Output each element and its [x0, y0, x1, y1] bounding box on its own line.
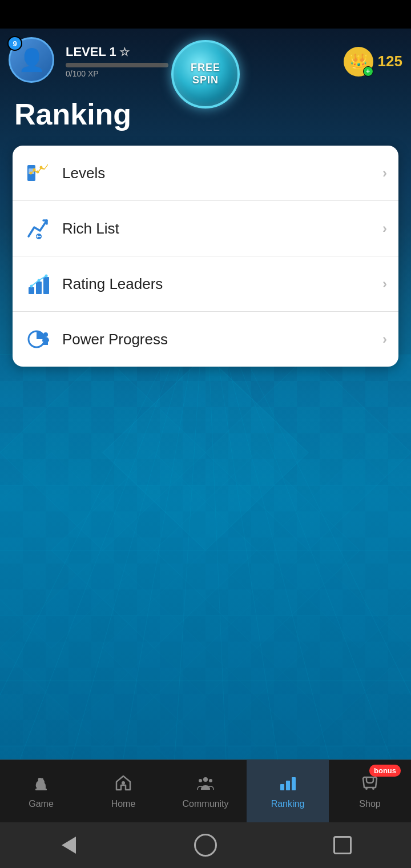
ranking-label: Ranking: [271, 799, 305, 809]
shop-icon: [361, 774, 379, 796]
rating-leaders-chevron: ›: [382, 276, 387, 292]
android-back-button[interactable]: [54, 831, 83, 859]
menu-item-power-progress[interactable]: Power Progress ›: [13, 312, 398, 367]
menu-card: Levels › Rich List ›: [13, 146, 398, 367]
android-home-button[interactable]: [191, 831, 220, 859]
nav-item-ranking[interactable]: Ranking: [247, 760, 329, 822]
rich-list-label: Rich List: [62, 220, 382, 238]
rich-list-chevron: ›: [382, 220, 387, 236]
main-background: 👤 9 LEVEL 1 ☆ 0/100 XP 👑 + 125: [0, 29, 411, 811]
add-coins-badge[interactable]: +: [363, 66, 373, 77]
svg-point-49: [38, 279, 41, 282]
coins-amount: 125: [378, 53, 402, 70]
svg-point-55: [203, 777, 208, 782]
notification-badge: 9: [7, 36, 22, 51]
shop-label: Shop: [359, 799, 380, 809]
avatar-container[interactable]: 👤 9: [9, 37, 57, 86]
svg-point-38: [30, 172, 33, 175]
nav-item-community[interactable]: Community: [164, 760, 247, 822]
avatar-icon: 👤: [18, 47, 45, 73]
free-spin-container[interactable]: FREE SPIN: [168, 37, 243, 111]
nav-item-shop[interactable]: bonus Shop: [329, 760, 411, 822]
nav-item-home[interactable]: Home: [82, 760, 164, 822]
levels-label: Levels: [62, 164, 382, 182]
free-spin-button[interactable]: FREE SPIN: [171, 40, 240, 108]
svg-point-56: [199, 779, 202, 782]
android-nav-bar: [0, 822, 411, 868]
crown-coin[interactable]: 👑 +: [344, 47, 373, 77]
power-progress-chevron: ›: [382, 331, 387, 347]
android-recent-button[interactable]: [328, 831, 357, 859]
home-icon: [114, 774, 132, 796]
power-progress-icon: [24, 324, 54, 354]
xp-bar-container: 0/100 XP: [66, 63, 168, 78]
level-label: LEVEL 1: [66, 45, 116, 59]
nav-item-game[interactable]: Game: [0, 760, 82, 822]
svg-rect-60: [292, 777, 296, 790]
back-icon: [62, 837, 76, 854]
xp-text: 0/100 XP: [66, 69, 168, 78]
svg-point-50: [45, 275, 48, 278]
svg-point-57: [209, 779, 212, 782]
home-nav-icon: [194, 834, 217, 857]
bonus-badge: bonus: [369, 765, 401, 777]
home-label: Home: [111, 799, 136, 809]
rich-list-icon: [24, 214, 54, 243]
community-icon: [196, 774, 215, 796]
svg-point-41: [40, 166, 43, 169]
levels-chevron: ›: [382, 165, 387, 181]
rating-leaders-label: Rating Leaders: [62, 275, 382, 293]
menu-item-levels[interactable]: Levels ›: [13, 146, 398, 201]
star-icon: ☆: [119, 45, 130, 59]
xp-bar-background: [66, 63, 168, 67]
svg-rect-45: [29, 287, 34, 294]
svg-point-52: [43, 332, 48, 337]
svg-rect-58: [280, 784, 284, 790]
menu-item-rating-leaders[interactable]: Rating Leaders ›: [13, 256, 398, 312]
status-bar: [0, 0, 411, 29]
game-icon: [32, 774, 50, 796]
svg-point-39: [33, 168, 36, 171]
ranking-icon: [279, 774, 297, 796]
community-label: Community: [183, 799, 229, 809]
menu-item-rich-list[interactable]: Rich List ›: [13, 201, 398, 256]
levels-icon: [24, 158, 54, 188]
coins-container[interactable]: 👑 + 125: [344, 47, 402, 77]
svg-point-48: [30, 285, 33, 288]
svg-point-40: [37, 171, 39, 174]
svg-rect-46: [36, 282, 42, 294]
recent-icon: [333, 836, 352, 854]
svg-point-62: [372, 787, 374, 790]
free-spin-text: FREE SPIN: [191, 62, 220, 86]
svg-point-54: [122, 781, 125, 785]
svg-point-61: [365, 787, 368, 790]
power-progress-label: Power Progress: [62, 331, 382, 348]
game-label: Game: [29, 799, 54, 809]
svg-rect-59: [286, 781, 290, 790]
rating-leaders-icon: [24, 269, 54, 299]
svg-rect-47: [43, 277, 49, 294]
bottom-nav: Game Home Community: [0, 760, 411, 822]
